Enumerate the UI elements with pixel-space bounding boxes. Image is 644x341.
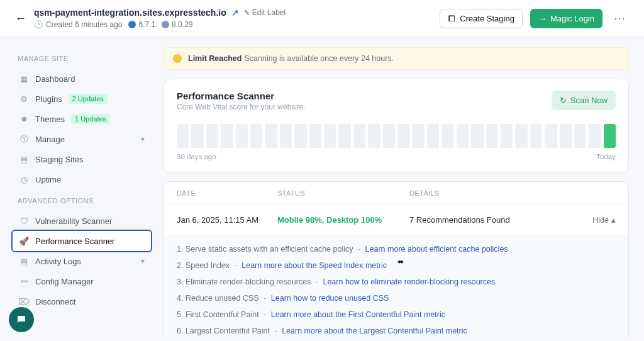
column-header-status: STATUS [277, 189, 409, 197]
day-bar[interactable] [368, 124, 380, 148]
day-bar[interactable] [560, 124, 572, 148]
arrow-right-icon: → [538, 14, 547, 23]
list-icon: ▤ [19, 256, 29, 266]
day-bar[interactable] [397, 124, 409, 148]
scan-result-row: Jan 6, 2025, 11:15 AM Mobile 98%, Deskto… [164, 204, 628, 235]
main-content: Limit ReachedScanning is available once … [157, 37, 644, 338]
sidebar-item-manage[interactable]: Ⓨ Manage ▾ [13, 129, 151, 149]
day-bar[interactable] [427, 124, 439, 148]
refresh-icon: ↻ [560, 96, 567, 105]
themes-update-badge: 1 Updates [71, 114, 110, 124]
chat-widget-button[interactable] [9, 307, 34, 332]
range-start-label: 30 days ago [177, 153, 216, 160]
day-bar[interactable] [530, 124, 542, 148]
plugins-update-badge: 2 Updates [69, 94, 108, 104]
external-link-icon[interactable]: ↗ [231, 8, 239, 18]
recommendation-learn-more-link[interactable]: Learn more about the Speed Index metric [242, 261, 387, 270]
back-arrow-icon[interactable]: ← [15, 12, 26, 25]
uptime-icon: ◷ [19, 174, 29, 184]
php-version: 8.0.29 [172, 20, 192, 29]
chevron-up-icon: ▴ [611, 215, 616, 225]
palette-icon: ✸ [19, 114, 29, 124]
scan-now-button[interactable]: ↻ Scan Now [552, 91, 616, 110]
day-bar[interactable] [515, 124, 527, 148]
column-header-details: DETAILS [409, 189, 616, 197]
day-bar[interactable] [486, 124, 498, 148]
pencil-icon: ✎ [244, 9, 250, 17]
day-bar[interactable] [294, 124, 306, 148]
recommendation-learn-more-link[interactable]: Learn more about the First Contentful Pa… [271, 310, 445, 319]
recommendation-learn-more-link[interactable]: Learn how to eliminate render-blocking r… [323, 277, 495, 286]
plug-icon: ⚙ [19, 94, 29, 104]
sidebar-item-vulnerability-scanner[interactable]: 🛡 Vulnerability Scanner [13, 211, 151, 231]
recommendations-list: 1. Serve static assets with an efficient… [164, 235, 628, 338]
scan-status: Mobile 98%, Desktop 100% [277, 215, 409, 225]
day-bar[interactable] [441, 124, 453, 148]
limit-reached-alert: Limit ReachedScanning is available once … [164, 47, 629, 70]
day-bar[interactable] [413, 124, 425, 148]
day-bar[interactable] [309, 124, 321, 148]
mouse-cursor-icon: ⬌ [397, 257, 404, 266]
day-bar[interactable] [221, 124, 233, 148]
scan-date: Jan 6, 2025, 11:15 AM [177, 215, 277, 225]
sidebar-section-advanced: ADVANCED OPTIONS [18, 197, 151, 204]
hide-toggle[interactable]: Hide ▴ [592, 215, 616, 225]
created-time: Created 6 minutes ago [46, 20, 122, 29]
day-bar[interactable] [191, 124, 203, 148]
recommendation-learn-more-link[interactable]: Learn more about efficient cache policie… [365, 245, 508, 254]
sidebar-item-staging[interactable]: ▤ Staging Sites [13, 149, 151, 169]
chevron-down-icon: ▾ [141, 257, 145, 266]
clock-icon: 🕑 [34, 20, 43, 29]
more-menu-button[interactable]: ⋯ [610, 9, 629, 28]
php-icon [162, 21, 169, 28]
create-staging-button[interactable]: ⧠ Create Staging [440, 9, 523, 28]
sidebar-item-config-manager[interactable]: ⚯ Config Manager [13, 271, 151, 291]
unlink-icon: ⌦ [19, 296, 29, 306]
day-bar[interactable] [324, 124, 336, 148]
recommendation-item: 5. First Contentful Paint - Learn more a… [177, 306, 616, 323]
panel-title: Performance Scanner [177, 91, 552, 101]
day-bar[interactable] [604, 124, 616, 148]
day-bar[interactable] [383, 124, 395, 148]
day-bar[interactable] [589, 124, 601, 148]
top-header: ← qsm-payment-integration.sites.expresst… [0, 0, 644, 37]
sidebar-item-activity-logs[interactable]: ▤ Activity Logs ▾ [13, 251, 151, 271]
recommendation-item: 6. Largest Contentful Paint - Learn more… [177, 323, 616, 338]
sidebar-section-manage: MANAGE SITE [18, 55, 151, 62]
sidebar-item-plugins[interactable]: ⚙ Plugins 2 Updates [13, 89, 151, 109]
scan-results-table: DATE STATUS DETAILS Jan 6, 2025, 11:15 A… [164, 181, 629, 338]
day-bar[interactable] [265, 124, 277, 148]
day-bar[interactable] [574, 124, 586, 148]
day-bar[interactable] [177, 124, 189, 148]
day-bar[interactable] [457, 124, 469, 148]
day-bar[interactable] [206, 124, 218, 148]
day-bar[interactable] [236, 124, 248, 148]
magic-login-button[interactable]: → Magic Login [530, 9, 602, 28]
column-header-date: DATE [177, 189, 277, 197]
recommendation-learn-more-link[interactable]: Learn more about the Largest Contentful … [282, 327, 467, 335]
day-bar[interactable] [545, 124, 557, 148]
shield-icon: 🛡 [19, 216, 29, 226]
recommendation-item: 1. Serve static assets with an efficient… [177, 241, 616, 257]
day-bar[interactable] [353, 124, 365, 148]
sidebar-item-themes[interactable]: ✸ Themes 1 Updates [13, 109, 151, 129]
edit-label-button[interactable]: ✎ Edit Label [244, 8, 286, 17]
range-end-label: Today [596, 153, 616, 160]
day-bar[interactable] [250, 124, 262, 148]
recommendation-item: 2. Speed Index - Learn more about the Sp… [177, 257, 616, 274]
cube-icon: ⧠ [448, 14, 456, 23]
grid-icon: ▦ [19, 74, 29, 84]
sidebar-item-disconnect[interactable]: ⌦ Disconnect [13, 291, 151, 311]
site-url: qsm-payment-integration.sites.expresstec… [34, 8, 226, 18]
day-bar[interactable] [471, 124, 483, 148]
recommendation-item: 4. Reduce unused CSS - Learn how to redu… [177, 290, 616, 306]
sidebar-item-performance-scanner[interactable]: 🚀 Performance Scanner [13, 231, 151, 251]
sidebar-item-dashboard[interactable]: ▦ Dashboard [13, 69, 151, 89]
day-bar[interactable] [338, 124, 350, 148]
day-bar[interactable] [280, 124, 292, 148]
day-bar[interactable] [501, 124, 513, 148]
recommendation-learn-more-link[interactable]: Learn how to reduce unused CSS [271, 294, 389, 303]
sidebar-item-uptime[interactable]: ◷ Uptime [13, 169, 151, 189]
wordpress-icon [128, 21, 136, 28]
performance-scanner-panel: Performance Scanner Core Web Vital score… [164, 79, 629, 172]
